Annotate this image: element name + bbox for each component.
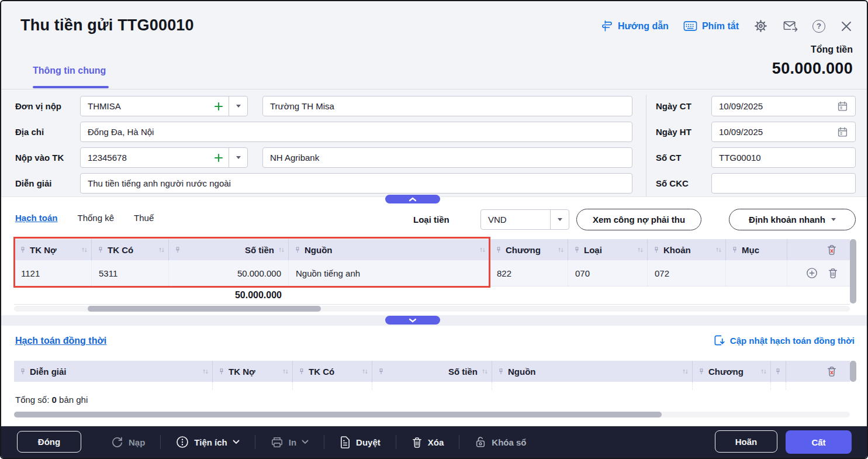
cell-so-tien[interactable]: 50.000.000 (169, 260, 289, 286)
table-row[interactable]: 1121 5311 50.000.000 Nguồn tiếng anh 822… (14, 260, 850, 287)
cell-muc[interactable] (726, 260, 787, 286)
utilities-button[interactable]: Tiện ích (176, 436, 239, 448)
tab-statistics[interactable]: Thống kê (78, 213, 115, 223)
sort-icon[interactable] (760, 368, 767, 375)
horizontal-scrollbar-thumb[interactable] (88, 306, 321, 312)
column-header-nguon[interactable]: Nguồn (492, 361, 693, 382)
horizontal-scrollbar-track[interactable] (14, 306, 850, 312)
vertical-scrollbar[interactable] (850, 361, 856, 382)
pin-icon[interactable] (496, 246, 502, 254)
pin-icon[interactable] (20, 246, 26, 254)
shortcuts-link[interactable]: Phím tắt (683, 20, 739, 32)
payer-unit-name-field[interactable]: Trường TH Misa (262, 96, 632, 116)
deposit-account-combo[interactable]: 12345678 (80, 147, 248, 168)
sort-icon[interactable] (682, 368, 689, 375)
pin-icon[interactable] (20, 368, 26, 375)
sort-icon[interactable] (158, 247, 165, 253)
pin-icon[interactable] (299, 368, 305, 375)
cell-tk-co[interactable]: 5311 (92, 260, 169, 286)
deposit-account-dropdown[interactable] (229, 156, 247, 159)
print-button[interactable]: In (271, 436, 309, 448)
sort-icon[interactable] (282, 368, 289, 375)
voucher-number-field[interactable]: TTG00010 (711, 147, 856, 168)
column-header-tk-no[interactable]: TK Nợ (14, 239, 92, 260)
sort-icon[interactable] (479, 247, 486, 253)
delete-row-icon[interactable] (828, 267, 838, 279)
simultaneous-posting-link[interactable]: Hạch toán đồng thời (15, 336, 106, 346)
pin-icon[interactable] (698, 368, 704, 375)
update-simultaneous-link[interactable]: Cập nhật hạch toán đồng thời (714, 334, 855, 347)
column-header-dien-giai[interactable]: Diễn giải (14, 361, 213, 382)
delete-button[interactable]: Xóa (411, 436, 444, 448)
column-header-tk-co[interactable]: TK Có (293, 361, 372, 382)
add-account-icon[interactable] (214, 153, 223, 163)
column-header-khoan[interactable]: Khoản (648, 239, 726, 260)
pin-icon[interactable] (175, 246, 181, 254)
save-button[interactable]: Cất (786, 430, 852, 454)
sort-icon[interactable] (81, 247, 88, 253)
cell-tk-no[interactable]: 1121 (14, 260, 92, 286)
sort-icon[interactable] (558, 247, 564, 253)
column-header-so-tien[interactable]: Số tiền (372, 361, 492, 382)
horizontal-scrollbar-thumb[interactable] (14, 412, 662, 417)
delete-all-rows-icon[interactable] (826, 244, 837, 256)
column-header-chuong[interactable]: Chương (693, 361, 771, 382)
column-header-chuong[interactable]: Chương (490, 239, 568, 260)
sort-icon[interactable] (362, 368, 368, 375)
column-header-nguon[interactable]: Nguồn (289, 239, 490, 260)
tab-general-info[interactable]: Thông tin chung (33, 65, 106, 76)
column-header-muc[interactable]: Mục (726, 239, 787, 260)
column-header-tk-no[interactable]: TK Nợ (213, 361, 293, 382)
quick-posting-button[interactable]: Định khoản nhanh (729, 209, 856, 230)
column-header-so-tien[interactable]: Số tiền (169, 239, 289, 260)
address-field[interactable]: Đống Đa, Hà Nội (80, 122, 632, 142)
vertical-scrollbar[interactable] (850, 239, 856, 303)
description-field[interactable]: Thu tiền tiếng anh người nước ngoài (80, 173, 632, 194)
add-row-icon[interactable] (806, 267, 818, 279)
approve-button[interactable]: Duyệt (340, 436, 381, 449)
column-header-pin[interactable] (771, 361, 786, 382)
payer-unit-dropdown[interactable] (229, 105, 247, 108)
sort-icon[interactable] (715, 247, 722, 253)
voucher-date-field[interactable]: 10/09/2025 (711, 96, 856, 116)
help-icon[interactable]: ? (812, 20, 825, 33)
cell-khoan[interactable]: 072 (648, 260, 726, 286)
currency-dropdown[interactable] (551, 218, 569, 221)
payer-unit-combo[interactable]: THMISA (80, 96, 248, 116)
pin-icon[interactable] (732, 246, 738, 254)
column-header-tk-co[interactable]: TK Có (92, 239, 169, 260)
pin-icon[interactable] (295, 246, 300, 254)
add-payer-icon[interactable] (214, 102, 223, 111)
calendar-icon[interactable] (837, 101, 848, 112)
cell-loai[interactable]: 070 (568, 260, 648, 286)
calendar-icon[interactable] (837, 126, 848, 137)
tab-accounting[interactable]: Hạch toán (15, 213, 58, 223)
close-icon[interactable] (840, 20, 853, 33)
lock-book-button[interactable]: Khóa sổ (475, 436, 526, 448)
collapse-header-button[interactable] (385, 195, 440, 203)
reload-button[interactable]: Nạp (111, 436, 145, 448)
pin-icon[interactable] (775, 368, 781, 375)
cell-chuong[interactable]: 822 (490, 260, 568, 286)
pin-icon[interactable] (219, 368, 224, 375)
close-button[interactable]: Đóng (17, 431, 81, 453)
sort-icon[interactable] (482, 368, 488, 375)
delete-all-rows-icon[interactable] (826, 365, 837, 377)
ckc-number-field[interactable] (711, 173, 856, 194)
pin-icon[interactable] (98, 246, 103, 254)
pin-icon[interactable] (574, 246, 580, 254)
postpone-button[interactable]: Hoãn (715, 430, 777, 453)
bank-name-field[interactable]: NH Agribank (262, 147, 632, 168)
guide-link[interactable]: Hướng dẫn (601, 20, 669, 32)
cell-nguon[interactable]: Nguồn tiếng anh (289, 260, 490, 286)
expand-section-button[interactable] (385, 316, 440, 325)
pin-icon[interactable] (498, 368, 504, 375)
sort-icon[interactable] (278, 247, 285, 253)
sort-icon[interactable] (202, 368, 209, 375)
send-feedback-icon[interactable] (783, 19, 798, 33)
column-header-loai[interactable]: Loại (568, 239, 648, 260)
sort-icon[interactable] (637, 247, 644, 253)
tab-tax[interactable]: Thuế (134, 213, 154, 223)
view-receivables-button[interactable]: Xem công nợ phải thu (576, 209, 701, 230)
horizontal-scrollbar-track[interactable] (14, 412, 850, 417)
